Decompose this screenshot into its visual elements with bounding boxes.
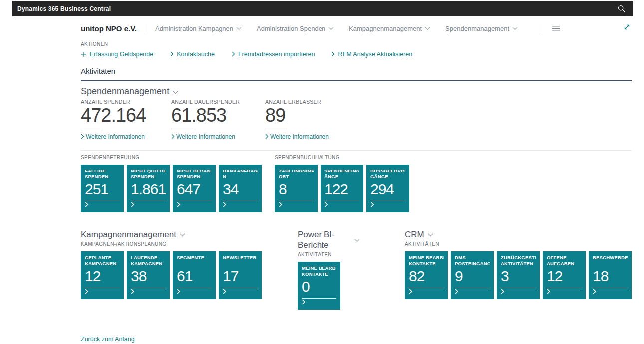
tiles-strip: ZAHLUNGSIMPORT8SPENDENEINGÄNGE122BUSSGEL… — [275, 165, 409, 212]
nav-menus: Administration KampagnenAdministration S… — [155, 25, 533, 32]
cue-tile[interactable]: ZURÜCKGESTE...AKTIVITÄTEN3 — [497, 251, 540, 299]
nav-menu-0[interactable]: Administration Kampagnen — [155, 25, 242, 32]
chevron-right-icon — [547, 287, 551, 296]
cue-tile-value: 0 — [302, 279, 336, 294]
cue-tile-title-line1: MEINE BEARBE.. — [409, 255, 444, 261]
tile-group-caption: AKTIVITÄTEN — [405, 241, 632, 247]
more-information-link[interactable]: Weitere Informationen — [171, 133, 265, 140]
cue-tile[interactable]: NEWSLETTER17 — [219, 251, 262, 299]
chevron-right-icon — [171, 134, 175, 139]
cue-tile[interactable]: GEPLANTEKAMPAGNEN12 — [81, 251, 124, 299]
actions-row: Erfassung GeldspendeKontaktsucheFremdadr… — [81, 50, 632, 58]
cue-tile-separator — [409, 288, 444, 288]
back-to-top-link[interactable]: Zurück zum Anfang — [81, 336, 135, 343]
chevron-right-icon — [131, 200, 135, 209]
cue-tile-title-line2: SPENDEN — [131, 174, 166, 180]
cue-tile[interactable]: SPENDENEINGÄNGE122 — [321, 165, 363, 212]
tile-group-header: CRM — [405, 229, 632, 240]
nav-menu-label: Administration Kampagnen — [155, 25, 233, 32]
cue-tile-title-line2: KONTAKTE — [409, 261, 444, 267]
action-1[interactable]: Kontaktsuche — [170, 51, 215, 58]
cue-tile-title-line2: KAMPAGNEN — [85, 261, 120, 267]
cue-tile-title-line1: DMS — [455, 255, 490, 261]
action-label: Kontaktsuche — [177, 51, 215, 58]
tile-group-title[interactable]: CRM — [405, 229, 433, 240]
action-3[interactable]: RFM Analyse Aktualisieren — [331, 51, 412, 58]
cue-tile-separator — [455, 288, 490, 288]
cue-tile-title-line1: FÄLLIGE — [85, 168, 120, 174]
cue-tile[interactable]: OFFENEAUFGABEN12 — [543, 251, 586, 299]
cue-tile-title-line1: BESCHWERDEN — [593, 255, 628, 261]
nav-menu-label: Administration Spenden — [257, 25, 325, 32]
cue-tile[interactable]: BESCHWERDEN18 — [589, 251, 632, 299]
kpi-value[interactable]: 472.164 — [81, 106, 171, 126]
cue-tile-value: 9 — [455, 269, 490, 284]
tile-group-title-label: Kampagnenmanagement — [81, 229, 176, 240]
tiles-strip: GEPLANTEKAMPAGNEN12LAUFENDEKAMPAGNEN38SE… — [81, 251, 262, 299]
chevron-right-icon — [131, 287, 135, 296]
cue-tile[interactable]: ZAHLUNGSIMPORT8 — [275, 165, 318, 212]
cue-tile-value: 12 — [85, 269, 120, 284]
cue-tile-separator — [593, 288, 628, 288]
cue-tile-title-line2: POSTEINGANG — [455, 261, 490, 267]
nav-menu-label: Kampagnenmanagement — [349, 25, 422, 32]
cue-tile-value: 18 — [593, 269, 628, 284]
more-information-link[interactable]: Weitere Informationen — [265, 133, 329, 140]
cue-tile[interactable]: SEGMENTE61 — [173, 251, 216, 299]
nav-menu-3[interactable]: Spendenmanagement — [445, 25, 518, 32]
nav-menu-1[interactable]: Administration Spenden — [257, 25, 334, 32]
cue-tile[interactable]: DMSPOSTEINGANG9 — [451, 251, 494, 299]
cue-tile-title-line1: NICHT BEDAN... — [177, 168, 212, 174]
tiles-strip: MEINE BEARBE..KONTAKTE82DMSPOSTEINGANG9Z… — [405, 251, 632, 299]
cue-tile[interactable]: BANKANFRAGEN34 — [219, 165, 262, 212]
chevron-right-icon — [223, 200, 227, 209]
cue-tile-separator — [177, 288, 212, 288]
search-icon[interactable] — [618, 5, 625, 12]
action-label: Fremdadressen importieren — [238, 51, 315, 58]
cue-tile[interactable]: MEINE BEARBE..KONTAKTE82 — [405, 251, 448, 299]
cue-tile-title-line1: NEWSLETTER — [223, 255, 258, 261]
kpi-value[interactable]: 61.853 — [171, 106, 265, 126]
cue-tile-title: DMSPOSTEINGANG — [455, 255, 490, 267]
chevron-right-icon — [409, 287, 413, 296]
cue-tile[interactable]: NICHT QUITTIE...SPENDEN1.861 — [127, 165, 170, 212]
page-content: unitop NPO e.V. Administration Kampagnen… — [81, 20, 632, 343]
action-0[interactable]: Erfassung Geldspende — [81, 51, 153, 58]
cue-tile[interactable]: BUSSGELDVORGÄNGE294 — [366, 165, 409, 212]
tiles-strip: FÄLLIGESPENDEN251NICHT QUITTIE...SPENDEN… — [81, 165, 262, 212]
cue-tile-title: LAUFENDEKAMPAGNEN — [131, 255, 166, 267]
action-2[interactable]: Fremdadressen importieren — [232, 51, 315, 58]
tile-group-caption: SPENDENBETREUUNG — [81, 155, 262, 160]
chevron-down-icon — [425, 27, 430, 30]
cue-tile[interactable]: NICHT BEDAN...SPENDEN647 — [173, 165, 216, 212]
app-title: Dynamics 365 Business Central — [17, 5, 111, 12]
cue-tile[interactable]: FÄLLIGESPENDEN251 — [81, 165, 124, 212]
cue-tile[interactable]: LAUFENDEKAMPAGNEN38 — [127, 251, 170, 299]
company-title[interactable]: unitop NPO e.V. — [81, 24, 137, 33]
section-header-spendenmanagement[interactable]: Spendenmanagement — [81, 86, 178, 97]
kpi-0: ANZAHL SPENDER472.164Weitere Information… — [81, 99, 171, 140]
kpi-link-label: Weitere Informationen — [270, 133, 329, 140]
kpi-link-label: Weitere Informationen — [86, 133, 145, 140]
kpi-2: ANZAHL ERBLASSER89Weitere Informationen — [265, 99, 329, 140]
cue-tile-separator — [131, 288, 166, 288]
chevron-right-icon — [593, 287, 597, 296]
cue-tile-title-line2: ÄNGE — [324, 174, 359, 180]
chevron-down-icon — [236, 27, 242, 30]
cue-tile-title-line1: GEPLANTE — [85, 255, 120, 261]
tile-group-title[interactable]: Power BI-Berichte — [298, 229, 360, 250]
nav-menu-2[interactable]: Kampagnenmanagement — [349, 25, 430, 32]
chevron-down-icon — [354, 239, 360, 242]
tile-group-title[interactable]: Kampagnenmanagement — [81, 229, 185, 240]
more-options-icon[interactable] — [552, 26, 560, 31]
more-information-link[interactable]: Weitere Informationen — [81, 133, 171, 140]
kpi-value[interactable]: 89 — [265, 106, 329, 126]
nav-divider — [542, 24, 542, 33]
cue-tile-title-line1: OFFENE — [547, 255, 582, 261]
cue-tile-value: 17 — [223, 269, 258, 284]
cue-tile-value: 3 — [501, 269, 536, 284]
navigation-bar: unitop NPO e.V. Administration Kampagnen… — [81, 22, 632, 34]
cue-tile[interactable]: MEINE BEARBE.KONTAKTE0 — [298, 262, 340, 310]
tile-group-header: Power BI-Berichte — [298, 229, 360, 250]
chevron-right-icon — [501, 287, 505, 296]
